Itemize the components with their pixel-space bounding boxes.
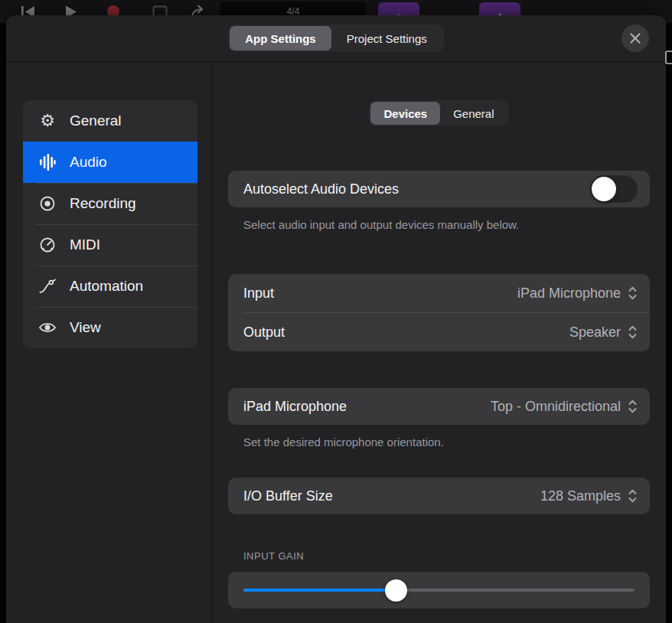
waveform-icon [37,153,58,171]
settings-modal: App Settings Project Settings ⚙ General [6,15,666,623]
sidebar-item-label: View [70,319,101,336]
autoselect-caption: Select audio input and output devices ma… [243,218,634,231]
settings-sidebar: ⚙ General Audio Recording [6,62,213,623]
eye-icon [37,321,58,334]
mic-caption: Set the desired microphone orientation. [243,435,634,448]
sidebar-item-recording[interactable]: Recording [23,183,197,224]
sidebar-item-general[interactable]: ⚙ General [23,100,197,142]
slider-thumb[interactable] [385,579,407,602]
record-dot-icon [37,195,58,212]
io-group: Input iPad Microphone Output Speaker [228,274,650,351]
automation-icon [37,278,58,295]
autoselect-label: Autoselect Audio Devices [243,181,399,197]
sidebar-item-label: Recording [70,195,136,212]
input-value: iPad Microphone [517,285,621,302]
mic-label: iPad Microphone [243,399,347,415]
chevron-up-down-icon [628,325,638,340]
input-row[interactable]: Input iPad Microphone [228,274,650,312]
sidebar-item-midi[interactable]: MIDI [23,224,197,266]
output-value-dropdown[interactable]: Speaker [569,325,638,341]
chevron-up-down-icon [628,488,638,504]
input-gain-row [228,572,650,608]
input-label: Input [243,285,274,302]
devices-general-segmented: Devices General [369,100,508,126]
sidebar-item-automation[interactable]: Automation [23,266,197,307]
mic-value-dropdown[interactable]: Top - Omnidirectional [491,399,638,415]
tab-app-settings[interactable]: App Settings [230,26,331,51]
midi-knob-icon [37,236,58,253]
gear-icon: ⚙ [37,113,58,129]
buffer-value-dropdown[interactable]: 128 Samples [540,488,638,504]
sidebar-item-label: MIDI [70,236,100,253]
slider-fill [243,589,396,592]
sidebar-item-view[interactable]: View [23,307,197,348]
tab-general[interactable]: General [440,102,507,125]
sidebar-item-label: Automation [70,278,143,295]
toggle-knob [592,177,616,201]
output-row[interactable]: Output Speaker [228,313,650,351]
input-gain-slider[interactable] [243,579,634,602]
settings-content: Devices General Autoselect Audio Devices… [213,62,666,623]
input-gain-section-label: INPUT GAIN [243,550,634,562]
input-value-dropdown[interactable]: iPad Microphone [517,285,638,302]
sidebar-list: ⚙ General Audio Recording [23,100,197,348]
chevron-up-down-icon [628,399,638,414]
buffer-size-row[interactable]: I/O Buffer Size 128 Samples [228,478,650,514]
background-page-icon [665,51,672,69]
screen: 4/4 App Settings Project Settings [0,0,672,623]
sidebar-item-audio[interactable]: Audio [23,142,197,183]
modal-header: App Settings Project Settings [6,15,666,62]
tab-devices[interactable]: Devices [370,102,440,125]
app-project-segmented: App Settings Project Settings [228,24,444,52]
tab-project-settings[interactable]: Project Settings [331,26,442,51]
output-label: Output [243,325,285,341]
output-value: Speaker [569,325,621,341]
slider-track [243,589,634,592]
close-button[interactable] [621,24,649,52]
sidebar-item-label: General [70,113,122,129]
modal-body: ⚙ General Audio Recording [6,62,666,623]
buffer-label: I/O Buffer Size [243,488,333,504]
mic-orientation-row[interactable]: iPad Microphone Top - Omnidirectional [228,388,650,425]
autoselect-toggle[interactable] [590,175,638,203]
close-icon [630,33,641,44]
autoselect-row: Autoselect Audio Devices [228,171,650,207]
buffer-value: 128 Samples [540,488,621,504]
chevron-up-down-icon [628,285,638,301]
mic-value: Top - Omnidirectional [491,399,621,415]
sidebar-item-label: Audio [70,154,107,171]
